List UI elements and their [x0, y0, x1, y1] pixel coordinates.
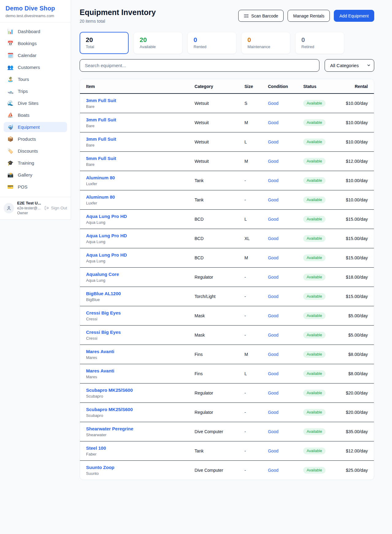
- category-select[interactable]: All Categories: [325, 59, 374, 72]
- item-name-link[interactable]: BigBlue AL1200: [86, 291, 182, 296]
- table-row[interactable]: Scubapro MK25/S600 Scubapro Regulator - …: [80, 383, 374, 403]
- condition-link[interactable]: Good: [268, 333, 278, 338]
- sidebar-item-customers[interactable]: 👥 Customers: [4, 62, 67, 72]
- shop-name[interactable]: Demo Dive Shop: [6, 5, 65, 12]
- condition-link[interactable]: Good: [268, 313, 278, 318]
- table-row[interactable]: 5mm Full Suit Bare Wetsuit M Good Availa…: [80, 152, 374, 171]
- stat-card[interactable]: 20 Available: [134, 32, 183, 54]
- table-row[interactable]: Aluminum 80 Luxfer Tank - Good Available…: [80, 171, 374, 190]
- sidebar-item-equipment[interactable]: 🤿 Equipment: [4, 122, 67, 132]
- item-brand: Bare: [86, 104, 182, 109]
- column-header[interactable]: Item: [80, 79, 188, 93]
- sidebar-item-calendar[interactable]: 🗓️ Calendar: [4, 50, 67, 60]
- item-brand: Shearwater: [86, 433, 182, 437]
- item-name-link[interactable]: 3mm Full Suit: [86, 136, 182, 142]
- stat-card[interactable]: 0 Rented: [187, 32, 236, 54]
- page-title-block: Equipment Inventory 20 items total: [80, 8, 156, 24]
- sidebar-item-products[interactable]: 📦 Products: [4, 134, 67, 144]
- graduation-icon: 🎓: [7, 161, 14, 166]
- item-name-link[interactable]: Steel 100: [86, 445, 182, 451]
- sidebar-item-label: Customers: [18, 65, 40, 70]
- stat-value: 20: [86, 36, 123, 44]
- condition-link[interactable]: Good: [268, 429, 278, 434]
- item-name-link[interactable]: Aqua Lung Pro HD: [86, 233, 182, 238]
- condition-link[interactable]: Good: [268, 448, 278, 453]
- table-row[interactable]: Aluminum 80 Luxfer Tank - Good Available…: [80, 190, 374, 210]
- condition-link[interactable]: Good: [268, 371, 278, 376]
- item-name-link[interactable]: Aqua Lung Pro HD: [86, 214, 182, 219]
- condition-link[interactable]: Good: [268, 275, 278, 280]
- condition-link[interactable]: Good: [268, 217, 278, 222]
- scan-barcode-button[interactable]: Scan Barcode: [238, 10, 284, 22]
- condition-link[interactable]: Good: [268, 139, 278, 144]
- sidebar-item-gallery[interactable]: 📸 Gallery: [4, 170, 67, 180]
- item-name-link[interactable]: 3mm Full Suit: [86, 98, 182, 103]
- item-name-link[interactable]: Scubapro MK25/S600: [86, 407, 182, 412]
- user-name: E2E Test U...: [17, 201, 41, 205]
- table-row[interactable]: Cressi Big Eyes Cressi Mask - Good Avail…: [80, 306, 374, 326]
- column-header[interactable]: Rental: [340, 79, 374, 93]
- item-name-link[interactable]: Mares Avanti: [86, 349, 182, 354]
- condition-link[interactable]: Good: [268, 159, 278, 164]
- table-row[interactable]: 3mm Full Suit Bare Wetsuit L Good Availa…: [80, 132, 374, 152]
- sidebar-item-bookings[interactable]: 📅 Bookings: [4, 38, 67, 48]
- item-name-link[interactable]: Scubapro MK25/S600: [86, 387, 182, 393]
- sidebar-item-boats[interactable]: ⛵ Boats: [4, 110, 67, 120]
- table-row[interactable]: Aqua Lung Pro HD Aqua Lung BCD XL Good A…: [80, 229, 374, 248]
- item-name-link[interactable]: Cressi Big Eyes: [86, 330, 182, 335]
- item-name-link[interactable]: 5mm Full Suit: [86, 156, 182, 161]
- table-row[interactable]: Cressi Big Eyes Cressi Mask - Good Avail…: [80, 326, 374, 345]
- table-row[interactable]: Shearwater Peregrine Shearwater Dive Com…: [80, 422, 374, 441]
- stat-card[interactable]: 0 Maintenance: [241, 32, 290, 54]
- condition-link[interactable]: Good: [268, 391, 278, 395]
- item-name-link[interactable]: Aqualung Core: [86, 272, 182, 277]
- sidebar-item-discounts[interactable]: 🏷️ Discounts: [4, 146, 67, 156]
- table-row[interactable]: 3mm Full Suit Bare Wetsuit M Good Availa…: [80, 113, 374, 132]
- table-row[interactable]: Aqua Lung Pro HD Aqua Lung BCD L Good Av…: [80, 210, 374, 229]
- condition-link[interactable]: Good: [268, 255, 278, 260]
- item-name-link[interactable]: Shearwater Peregrine: [86, 426, 182, 431]
- sidebar-item-training[interactable]: 🎓 Training: [4, 158, 67, 168]
- column-header[interactable]: Status: [297, 79, 340, 93]
- table-row[interactable]: Aqua Lung Pro HD Aqua Lung BCD M Good Av…: [80, 248, 374, 268]
- table-row[interactable]: Aqualung Core Aqua Lung Regulator - Good…: [80, 268, 374, 287]
- sidebar-item-trips[interactable]: 🛥️ Trips: [4, 86, 67, 96]
- condition-link[interactable]: Good: [268, 120, 278, 125]
- table-row[interactable]: 3mm Full Suit Bare Wetsuit S Good Availa…: [80, 93, 374, 113]
- column-header[interactable]: Size: [238, 79, 262, 93]
- item-name-link[interactable]: Cressi Big Eyes: [86, 310, 182, 315]
- condition-link[interactable]: Good: [268, 352, 278, 357]
- stat-card[interactable]: 0 Retired: [295, 32, 344, 54]
- condition-link[interactable]: Good: [268, 197, 278, 202]
- item-name-link[interactable]: 3mm Full Suit: [86, 117, 182, 122]
- sidebar-item-pos[interactable]: 💳 POS: [4, 182, 67, 192]
- stat-card[interactable]: 20 Total: [80, 32, 129, 54]
- table-row[interactable]: Steel 100 Faber Tank - Good Available $1…: [80, 441, 374, 461]
- add-equipment-button[interactable]: Add Equipment: [334, 10, 374, 22]
- condition-link[interactable]: Good: [268, 236, 278, 241]
- condition-link[interactable]: Good: [268, 294, 278, 299]
- condition-link[interactable]: Good: [268, 410, 278, 415]
- column-header[interactable]: Condition: [262, 79, 297, 93]
- sign-out-button[interactable]: Sign Out: [44, 206, 67, 210]
- table-row[interactable]: Mares Avanti Mares Fins M Good Available…: [80, 345, 374, 364]
- column-header[interactable]: Category: [188, 79, 238, 93]
- items-total-count: 20 items total: [80, 19, 156, 24]
- condition-link[interactable]: Good: [268, 468, 278, 473]
- item-name-link[interactable]: Mares Avanti: [86, 368, 182, 373]
- search-input[interactable]: [80, 59, 319, 72]
- item-name-link[interactable]: Suunto Zoop: [86, 465, 182, 470]
- sidebar-item-dashboard[interactable]: 📊 Dashboard: [4, 26, 67, 36]
- table-row[interactable]: Scubapro MK25/S600 Scubapro Regulator - …: [80, 403, 374, 422]
- table-row[interactable]: Suunto Zoop Suunto Dive Computer - Good …: [80, 461, 374, 480]
- item-name-link[interactable]: Aqua Lung Pro HD: [86, 252, 182, 257]
- sidebar-item-dive-sites[interactable]: 🌊 Dive Sites: [4, 98, 67, 108]
- sidebar-item-tours[interactable]: 🏝️ Tours: [4, 74, 67, 84]
- manage-rentals-button[interactable]: Manage Rentals: [288, 10, 330, 22]
- item-name-link[interactable]: Aluminum 80: [86, 175, 182, 180]
- condition-link[interactable]: Good: [268, 178, 278, 183]
- table-row[interactable]: BigBlue AL1200 BigBlue Torch/Light - Goo…: [80, 287, 374, 306]
- condition-link[interactable]: Good: [268, 101, 278, 106]
- item-name-link[interactable]: Aluminum 80: [86, 194, 182, 200]
- table-row[interactable]: Mares Avanti Mares Fins L Good Available…: [80, 364, 374, 383]
